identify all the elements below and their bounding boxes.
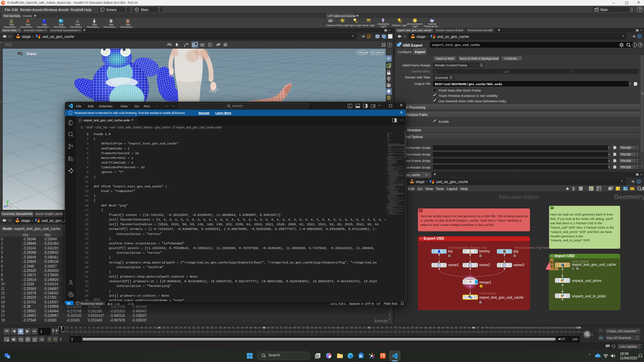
svg-text:y: y	[8, 199, 9, 202]
svg-text:P: P	[193, 44, 195, 46]
svg-text:x: x	[11, 206, 12, 208]
svg-text:z: z	[4, 205, 5, 207]
